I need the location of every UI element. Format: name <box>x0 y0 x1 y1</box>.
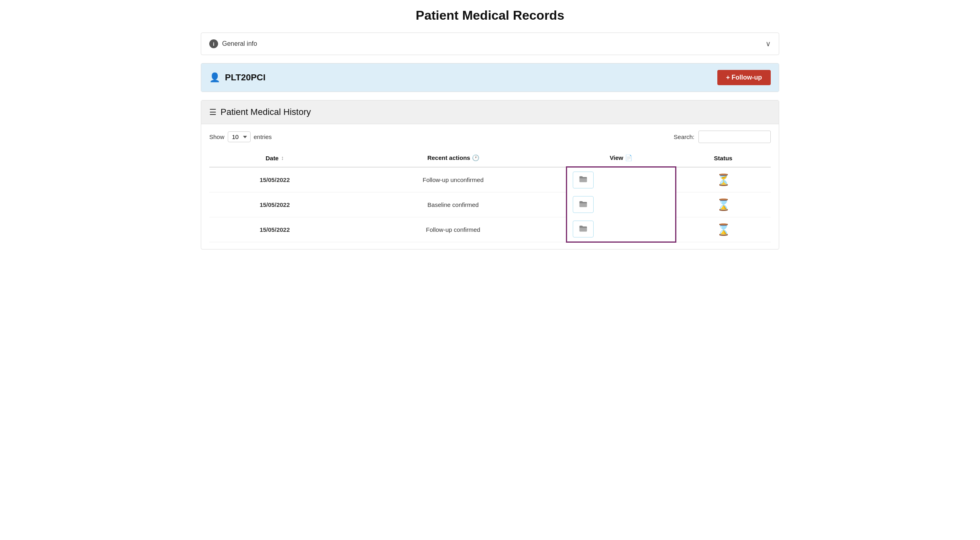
hourglass-green-light-icon: ⌛ <box>717 223 731 236</box>
entries-label: entries <box>254 133 272 140</box>
general-info-label: General info <box>222 40 257 47</box>
general-info-header[interactable]: i General info ∨ <box>201 33 779 55</box>
recent-action-cell: Follow-up unconfirmed <box>340 167 567 192</box>
search-label: Search: <box>674 133 694 140</box>
show-entries-control: Show 10 25 50 entries <box>209 131 272 142</box>
view-folder-button[interactable] <box>573 172 594 188</box>
hourglass-green-dark-icon: ⌛ <box>717 198 731 211</box>
date-cell: 15/05/2022 <box>209 217 340 242</box>
view-cell <box>567 167 676 192</box>
col-header-date[interactable]: Date ↕ <box>209 149 340 167</box>
recent-action-cell: Follow-up confirmed <box>340 217 567 242</box>
search-area: Search: <box>674 131 771 143</box>
col-header-view: View 📄 <box>567 149 676 167</box>
table-row: 15/05/2022 Follow-up unconfirmed <box>209 167 771 192</box>
col-header-status: Status <box>676 149 771 167</box>
general-info-left: i General info <box>209 39 257 48</box>
list-icon: ☰ <box>209 107 216 117</box>
clock-icon: 🕐 <box>472 154 480 161</box>
search-input[interactable] <box>698 131 771 143</box>
info-icon: i <box>209 39 218 48</box>
status-cell: ⌛ <box>676 192 771 217</box>
view-folder-button[interactable] <box>573 221 594 237</box>
history-section: ☰ Patient Medical History Show 10 25 50 … <box>201 100 779 250</box>
history-body: Show 10 25 50 entries Search: <box>201 124 779 249</box>
status-cell: ⌛ <box>676 217 771 242</box>
sort-arrows-icon: ↕ <box>281 155 284 161</box>
patient-section: 👤 PLT20PCI + Follow-up <box>201 63 779 92</box>
history-title: Patient Medical History <box>220 107 311 117</box>
page-title: Patient Medical Records <box>201 8 779 23</box>
patient-header: 👤 PLT20PCI + Follow-up <box>201 63 779 92</box>
entries-select[interactable]: 10 25 50 <box>228 131 251 142</box>
chevron-down-icon: ∨ <box>766 39 771 48</box>
document-icon: 📄 <box>625 154 633 161</box>
follow-up-button[interactable]: + Follow-up <box>717 70 771 85</box>
folder-icon <box>579 200 588 209</box>
recent-action-cell: Baseline confirmed <box>340 192 567 217</box>
records-table: Date ↕ Recent actions 🕐 View 📄 S <box>209 149 771 243</box>
patient-id: PLT20PCI <box>225 72 265 83</box>
view-cell <box>567 217 676 242</box>
view-folder-button[interactable] <box>573 196 594 213</box>
table-header-row: Date ↕ Recent actions 🕐 View 📄 S <box>209 149 771 167</box>
person-icon: 👤 <box>209 72 220 83</box>
date-cell: 15/05/2022 <box>209 167 340 192</box>
col-header-recent-actions[interactable]: Recent actions 🕐 <box>340 149 567 167</box>
general-info-section: i General info ∨ <box>201 33 779 55</box>
view-cell <box>567 192 676 217</box>
status-cell: ⏳ <box>676 167 771 192</box>
folder-icon <box>579 176 588 184</box>
patient-info-left: 👤 PLT20PCI <box>209 72 265 83</box>
date-cell: 15/05/2022 <box>209 192 340 217</box>
hourglass-red-icon: ⏳ <box>717 174 731 186</box>
history-section-header: ☰ Patient Medical History <box>201 100 779 124</box>
folder-icon <box>579 225 588 233</box>
show-label: Show <box>209 133 225 140</box>
table-row: 15/05/2022 Baseline confirmed <box>209 192 771 217</box>
table-row: 15/05/2022 Follow-up confirmed <box>209 217 771 242</box>
table-controls: Show 10 25 50 entries Search: <box>209 131 771 143</box>
